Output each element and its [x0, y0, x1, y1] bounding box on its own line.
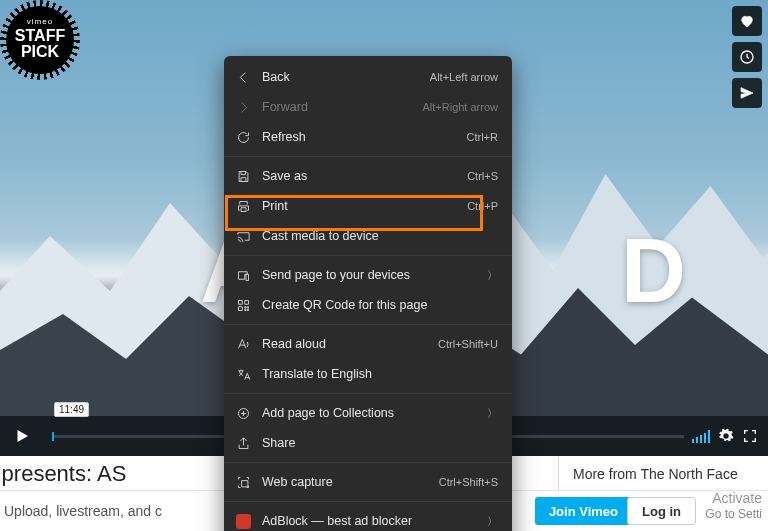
menu-label: Cast media to device — [262, 229, 512, 243]
clock-icon — [739, 49, 755, 65]
more-from-label: More from The North Face — [573, 466, 738, 482]
menu-label: Add page to Collections — [262, 406, 487, 420]
back-icon — [236, 70, 251, 85]
menu-refresh[interactable]: Refresh Ctrl+R — [224, 122, 512, 152]
menu-separator — [224, 393, 512, 394]
play-icon — [13, 427, 31, 445]
badge-text: vimeo STAFF PICK — [15, 18, 65, 62]
menu-shortcut: Ctrl+Shift+U — [438, 338, 498, 350]
web-capture-icon — [236, 475, 251, 490]
badge-mid-text: STAFF — [15, 28, 65, 44]
fullscreen-button[interactable] — [742, 428, 758, 444]
qr-icon — [236, 298, 251, 313]
staff-pick-badge: vimeo STAFF PICK — [6, 6, 74, 74]
overlay-text-right: D — [621, 221, 694, 321]
like-button[interactable] — [732, 6, 762, 36]
more-from-panel[interactable]: More from The North Face — [558, 456, 768, 491]
video-actions — [732, 6, 762, 108]
menu-label: Share — [262, 436, 512, 450]
menu-cast[interactable]: Cast media to device — [224, 221, 512, 251]
forward-icon — [236, 100, 251, 115]
menu-read-aloud[interactable]: Read aloud Ctrl+Shift+U — [224, 329, 512, 359]
adblock-icon — [236, 514, 251, 529]
menu-shortcut: Alt+Left arrow — [430, 71, 498, 83]
menu-adblock[interactable]: AdBlock — best ad blocker 〉 — [224, 506, 512, 531]
menu-share[interactable]: Share — [224, 428, 512, 458]
collections-icon — [236, 406, 251, 421]
send-icon — [739, 85, 755, 101]
share-button[interactable] — [732, 78, 762, 108]
bottom-description: Upload, livestream, and c — [0, 503, 162, 519]
menu-separator — [224, 324, 512, 325]
progress-knob[interactable] — [52, 432, 54, 441]
watch-later-button[interactable] — [732, 42, 762, 72]
menu-label: Read aloud — [262, 337, 438, 351]
read-aloud-icon — [236, 337, 251, 352]
badge-bot-text: PICK — [15, 44, 65, 60]
save-icon — [236, 169, 251, 184]
menu-separator — [224, 462, 512, 463]
menu-shortcut: Ctrl+S — [467, 170, 498, 182]
screenshot-root: ASD vimeo STAFF PICK 11:49 ace presents:… — [0, 0, 768, 531]
menu-label: Back — [262, 70, 430, 84]
menu-collections[interactable]: Add page to Collections 〉 — [224, 398, 512, 428]
badge-top-text: vimeo — [15, 18, 65, 26]
menu-send-page[interactable]: Send page to your devices 〉 — [224, 260, 512, 290]
menu-label: AdBlock — best ad blocker — [262, 514, 487, 528]
menu-web-capture[interactable]: Web capture Ctrl+Shift+S — [224, 467, 512, 497]
settings-button[interactable] — [718, 428, 734, 444]
gear-icon — [718, 428, 734, 444]
menu-shortcut: Alt+Right arrow — [422, 101, 498, 113]
fullscreen-icon — [742, 428, 758, 444]
chevron-right-icon: 〉 — [487, 406, 498, 421]
menu-qr-code[interactable]: Create QR Code for this page — [224, 290, 512, 320]
chevron-right-icon: 〉 — [487, 514, 498, 529]
time-tooltip: 11:49 — [54, 402, 89, 417]
menu-label: Print — [262, 199, 467, 213]
menu-label: Translate to English — [262, 367, 512, 381]
menu-label: Forward — [262, 100, 422, 114]
menu-separator — [224, 255, 512, 256]
player-right-controls — [692, 428, 768, 444]
print-icon — [236, 199, 251, 214]
menu-label: Create QR Code for this page — [262, 298, 512, 312]
menu-label: Save as — [262, 169, 467, 183]
chevron-right-icon: 〉 — [487, 268, 498, 283]
volume-control[interactable] — [692, 429, 710, 443]
video-title-text: ace presents: AS — [0, 461, 126, 487]
menu-print[interactable]: Print Ctrl+P — [224, 191, 512, 221]
menu-save-as[interactable]: Save as Ctrl+S — [224, 161, 512, 191]
heart-icon — [739, 13, 755, 29]
menu-back[interactable]: Back Alt+Left arrow — [224, 62, 512, 92]
refresh-icon — [236, 130, 251, 145]
devices-icon — [236, 268, 251, 283]
menu-label: Web capture — [262, 475, 439, 489]
menu-shortcut: Ctrl+Shift+S — [439, 476, 498, 488]
menu-label: Refresh — [262, 130, 467, 144]
menu-translate[interactable]: Translate to English — [224, 359, 512, 389]
menu-shortcut: Ctrl+P — [467, 200, 498, 212]
menu-separator — [224, 501, 512, 502]
context-menu: Back Alt+Left arrow Forward Alt+Right ar… — [224, 56, 512, 531]
login-button[interactable]: Log in — [627, 497, 696, 525]
join-vimeo-button[interactable]: Join Vimeo — [535, 497, 632, 525]
play-button[interactable] — [0, 416, 44, 456]
menu-forward: Forward Alt+Right arrow — [224, 92, 512, 122]
cast-icon — [236, 229, 251, 244]
menu-separator — [224, 156, 512, 157]
menu-shortcut: Ctrl+R — [467, 131, 498, 143]
share-icon — [236, 436, 251, 451]
menu-label: Send page to your devices — [262, 268, 487, 282]
translate-icon — [236, 367, 251, 382]
